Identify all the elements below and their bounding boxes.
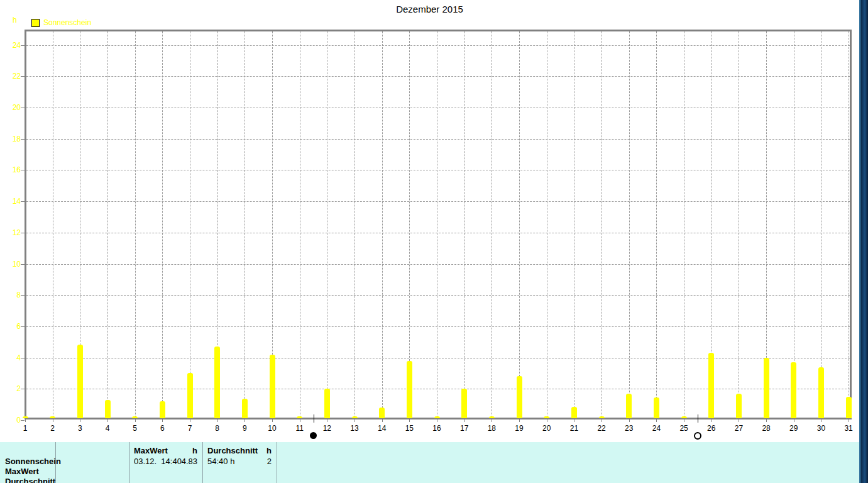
footer-separator <box>129 442 130 483</box>
footer-durchschnitt-value: 2 <box>234 457 272 466</box>
y-axis-label: 24 <box>4 41 21 50</box>
y-axis-label: 12 <box>4 228 21 237</box>
x-axis-label: 25 <box>679 424 688 433</box>
x-axis-tick <box>244 419 245 422</box>
footer-maxwert-unit: h <box>160 446 197 455</box>
x-axis-label: 27 <box>735 424 743 433</box>
y-axis-unit-label: h <box>13 16 17 25</box>
x-axis-tick <box>162 419 163 422</box>
x-axis-label: 15 <box>405 424 414 433</box>
footer-durchschnitt-sum: 54:40 h <box>207 457 234 466</box>
x-axis-label: 31 <box>844 424 852 433</box>
new-moon-icon <box>310 432 317 439</box>
x-axis-label: 29 <box>789 424 798 433</box>
x-axis-tick <box>409 419 410 422</box>
chart-title: Dezember 2015 <box>0 4 859 14</box>
x-axis-tick <box>794 419 794 422</box>
x-axis-tick <box>437 419 437 422</box>
x-axis-tick <box>327 419 327 422</box>
x-axis-tick <box>190 419 190 422</box>
x-axis-label: 18 <box>488 424 496 433</box>
x-axis-tick <box>711 419 712 422</box>
x-axis-label: 3 <box>78 424 82 433</box>
x-axis-label: 26 <box>707 424 715 433</box>
x-axis-label: 4 <box>106 424 110 433</box>
x-axis-tick <box>574 419 574 422</box>
x-axis-tick <box>766 419 767 422</box>
x-axis-label: 22 <box>597 424 605 433</box>
x-axis-label: 2 <box>50 424 55 433</box>
y-axis-label: 14 <box>4 197 21 206</box>
footer-separator <box>277 442 277 483</box>
y-axis-label: 4 <box>4 353 21 362</box>
y-axis-label: 22 <box>4 72 21 80</box>
x-axis-tick <box>492 419 492 422</box>
footer-row-label-maxwert: MaxWert <box>5 467 39 476</box>
footer-row-label-durchschnitt: Durchschnitt <box>5 477 55 483</box>
y-axis-label: 10 <box>4 260 21 269</box>
y-axis-label: 8 <box>4 291 21 299</box>
y-axis-label: 0 <box>4 416 21 425</box>
x-axis-label: 21 <box>570 424 578 433</box>
legend-swatch-icon <box>31 19 40 27</box>
x-axis-label: 16 <box>432 424 441 433</box>
legend-label: Sonnenschein <box>43 18 91 27</box>
x-axis-label: 10 <box>268 424 276 433</box>
x-axis-label: 30 <box>817 424 825 433</box>
x-axis-label: 5 <box>133 424 137 433</box>
x-axis-label: 28 <box>762 424 770 433</box>
x-axis-tick <box>519 419 520 422</box>
x-axis-tick <box>629 419 630 422</box>
x-axis-label: 1 <box>23 424 28 433</box>
y-axis-tick <box>21 420 25 421</box>
x-axis-tick <box>464 419 465 422</box>
y-axis-label: 20 <box>4 103 21 112</box>
footer-maxwert-value: 4.83 <box>160 457 197 466</box>
x-axis-tick <box>272 419 273 422</box>
y-axis-label: 16 <box>4 165 21 174</box>
y-axis-label: 18 <box>4 135 21 143</box>
footer-separator <box>202 442 203 483</box>
plot-area[interactable] <box>25 30 852 419</box>
x-axis-tick <box>53 419 53 422</box>
x-axis-label: 24 <box>652 424 661 433</box>
full-moon-icon <box>694 432 701 440</box>
x-axis-label: 13 <box>350 424 358 433</box>
legend: Sonnenschein <box>31 18 91 27</box>
x-axis-label: 14 <box>378 424 386 433</box>
x-axis-tick <box>80 419 80 422</box>
y-axis-label: 6 <box>4 322 21 331</box>
x-axis-label: 8 <box>215 424 219 433</box>
x-axis-label: 12 <box>323 424 331 433</box>
x-axis-tick <box>849 419 849 422</box>
stats-footer-panel: Sonnenschein MaxWert Durchschnitt MaxWer… <box>0 442 859 483</box>
x-axis-label: 11 <box>295 424 303 433</box>
x-axis-tick <box>602 419 602 422</box>
x-axis-tick <box>135 419 136 422</box>
x-axis-tick <box>547 419 547 422</box>
y-axis-label: 2 <box>4 384 21 393</box>
x-axis-tick <box>217 419 218 422</box>
x-axis-tick <box>107 419 108 422</box>
x-axis-label: 6 <box>160 424 165 433</box>
x-axis-label: 7 <box>188 424 192 433</box>
x-axis-tick <box>656 419 657 422</box>
footer-row-label-sonnenschein: Sonnenschein <box>5 457 61 466</box>
app-window: Dezember 2015 h Sonnenschein 02468101214… <box>0 0 868 483</box>
x-axis-label: 17 <box>460 424 468 433</box>
x-axis-label: 19 <box>515 424 523 433</box>
x-axis-tick <box>684 419 684 422</box>
x-axis-tick <box>300 419 300 422</box>
x-axis-tick <box>739 419 739 422</box>
x-axis-tick <box>382 419 383 422</box>
x-axis-tick <box>25 419 26 422</box>
footer-durchschnitt-unit: h <box>234 446 272 455</box>
x-axis-tick <box>821 419 821 422</box>
x-axis-label: 23 <box>625 424 633 433</box>
x-axis-label: 9 <box>243 424 247 433</box>
x-axis-tick <box>354 419 355 422</box>
x-axis-label: 20 <box>542 424 551 433</box>
window-edge-band <box>859 0 868 483</box>
